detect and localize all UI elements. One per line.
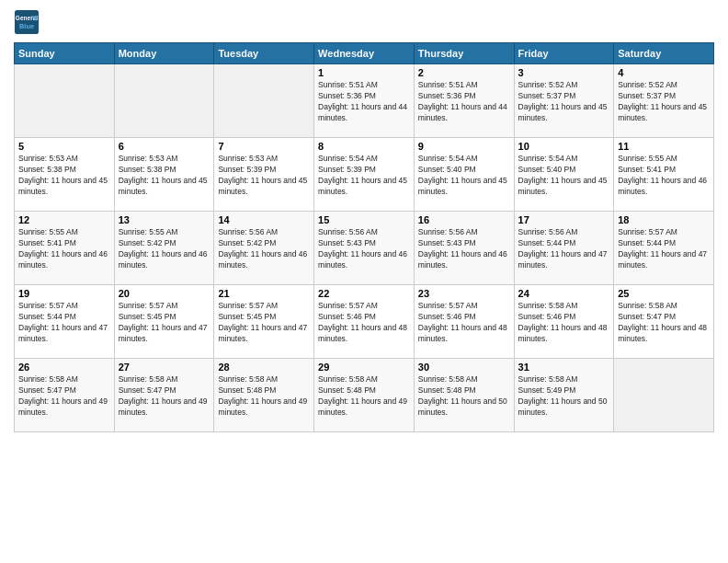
calendar-cell: 24Sunrise: 5:58 AMSunset: 5:46 PMDayligh… [514,285,614,359]
calendar-cell: 22Sunrise: 5:57 AMSunset: 5:46 PMDayligh… [314,285,415,359]
calendar-cell: 12Sunrise: 5:55 AMSunset: 5:41 PMDayligh… [15,212,115,285]
day-number: 1 [318,67,410,78]
day-number: 3 [518,67,610,78]
day-info: Sunrise: 5:52 AMSunset: 5:37 PMDaylight:… [618,80,710,124]
calendar-cell: 20Sunrise: 5:57 AMSunset: 5:45 PMDayligh… [114,285,214,359]
day-number: 25 [618,288,710,299]
day-number: 29 [318,362,410,373]
header-day-sunday: Sunday [15,43,115,64]
day-info: Sunrise: 5:57 AMSunset: 5:44 PMDaylight:… [18,301,110,345]
day-number: 9 [418,141,510,152]
day-info: Sunrise: 5:57 AMSunset: 5:46 PMDaylight:… [418,301,510,345]
calendar-cell: 30Sunrise: 5:58 AMSunset: 5:48 PMDayligh… [414,359,514,432]
calendar-cell: 28Sunrise: 5:58 AMSunset: 5:48 PMDayligh… [214,359,314,432]
calendar-cell: 9Sunrise: 5:54 AMSunset: 5:40 PMDaylight… [414,138,514,212]
day-number: 11 [618,141,710,152]
day-info: Sunrise: 5:58 AMSunset: 5:49 PMDaylight:… [518,374,610,419]
header-day-thursday: Thursday [414,43,514,64]
day-info: Sunrise: 5:56 AMSunset: 5:43 PMDaylight:… [318,227,410,271]
calendar-cell: 11Sunrise: 5:55 AMSunset: 5:41 PMDayligh… [614,138,714,212]
calendar-cell: 26Sunrise: 5:58 AMSunset: 5:47 PMDayligh… [15,359,115,432]
day-number: 6 [119,141,210,152]
day-info: Sunrise: 5:58 AMSunset: 5:46 PMDaylight:… [518,301,610,345]
svg-text:Blue: Blue [19,22,34,30]
calendar-header-row: SundayMondayTuesdayWednesdayThursdayFrid… [15,43,714,64]
calendar-cell [214,64,314,138]
calendar-cell: 2Sunrise: 5:51 AMSunset: 5:36 PMDaylight… [414,64,514,138]
day-info: Sunrise: 5:55 AMSunset: 5:41 PMDaylight:… [618,154,710,198]
calendar-week-5: 26Sunrise: 5:58 AMSunset: 5:47 PMDayligh… [15,359,714,432]
page: General Blue SundayMondayTuesdayWednesda… [0,0,728,563]
calendar-table: SundayMondayTuesdayWednesdayThursdayFrid… [14,42,714,432]
calendar-cell: 29Sunrise: 5:58 AMSunset: 5:48 PMDayligh… [314,359,415,432]
calendar-cell: 8Sunrise: 5:54 AMSunset: 5:39 PMDaylight… [314,138,415,212]
day-info: Sunrise: 5:54 AMSunset: 5:40 PMDaylight:… [418,154,510,198]
calendar-week-1: 1Sunrise: 5:51 AMSunset: 5:36 PMDaylight… [15,64,714,138]
day-number: 2 [418,67,510,78]
day-number: 8 [318,141,410,152]
calendar-cell: 21Sunrise: 5:57 AMSunset: 5:45 PMDayligh… [214,285,314,359]
day-info: Sunrise: 5:53 AMSunset: 5:38 PMDaylight:… [119,154,210,198]
day-info: Sunrise: 5:56 AMSunset: 5:42 PMDaylight:… [218,227,310,271]
calendar-cell: 7Sunrise: 5:53 AMSunset: 5:39 PMDaylight… [214,138,314,212]
day-info: Sunrise: 5:53 AMSunset: 5:38 PMDaylight:… [18,154,110,198]
day-info: Sunrise: 5:57 AMSunset: 5:45 PMDaylight:… [119,301,210,345]
day-number: 14 [218,214,310,225]
calendar-cell [614,359,714,432]
calendar-cell: 16Sunrise: 5:56 AMSunset: 5:43 PMDayligh… [414,212,514,285]
day-number: 17 [518,214,610,225]
day-info: Sunrise: 5:51 AMSunset: 5:36 PMDaylight:… [418,80,510,124]
calendar-week-2: 5Sunrise: 5:53 AMSunset: 5:38 PMDaylight… [15,138,714,212]
day-info: Sunrise: 5:57 AMSunset: 5:45 PMDaylight:… [218,301,310,345]
day-number: 28 [218,362,310,373]
day-number: 21 [218,288,310,299]
calendar-cell: 15Sunrise: 5:56 AMSunset: 5:43 PMDayligh… [314,212,415,285]
day-info: Sunrise: 5:53 AMSunset: 5:39 PMDaylight:… [218,154,310,198]
day-info: Sunrise: 5:56 AMSunset: 5:44 PMDaylight:… [518,227,610,271]
day-info: Sunrise: 5:57 AMSunset: 5:44 PMDaylight:… [618,227,710,271]
calendar-cell: 18Sunrise: 5:57 AMSunset: 5:44 PMDayligh… [614,212,714,285]
day-info: Sunrise: 5:57 AMSunset: 5:46 PMDaylight:… [318,301,410,345]
calendar-cell: 3Sunrise: 5:52 AMSunset: 5:37 PMDaylight… [514,64,614,138]
day-info: Sunrise: 5:52 AMSunset: 5:37 PMDaylight:… [518,80,610,124]
calendar-cell: 14Sunrise: 5:56 AMSunset: 5:42 PMDayligh… [214,212,314,285]
day-number: 7 [218,141,310,152]
calendar-cell: 5Sunrise: 5:53 AMSunset: 5:38 PMDaylight… [15,138,115,212]
calendar-cell: 10Sunrise: 5:54 AMSunset: 5:40 PMDayligh… [514,138,614,212]
header-day-friday: Friday [514,43,614,64]
day-number: 30 [418,362,510,373]
header-day-saturday: Saturday [614,43,714,64]
calendar-cell: 31Sunrise: 5:58 AMSunset: 5:49 PMDayligh… [514,359,614,432]
calendar-cell [15,64,115,138]
day-info: Sunrise: 5:54 AMSunset: 5:39 PMDaylight:… [318,154,410,198]
day-number: 15 [318,214,410,225]
day-info: Sunrise: 5:51 AMSunset: 5:36 PMDaylight:… [318,80,410,124]
calendar-cell: 4Sunrise: 5:52 AMSunset: 5:37 PMDaylight… [614,64,714,138]
day-number: 26 [18,362,110,373]
day-info: Sunrise: 5:58 AMSunset: 5:48 PMDaylight:… [418,374,510,419]
day-number: 20 [119,288,210,299]
day-number: 10 [518,141,610,152]
day-number: 12 [18,214,110,225]
calendar-week-4: 19Sunrise: 5:57 AMSunset: 5:44 PMDayligh… [15,285,714,359]
header: General Blue [14,9,714,35]
day-info: Sunrise: 5:58 AMSunset: 5:47 PMDaylight:… [18,374,110,419]
day-info: Sunrise: 5:54 AMSunset: 5:40 PMDaylight:… [518,154,610,198]
day-number: 13 [119,214,210,225]
day-info: Sunrise: 5:58 AMSunset: 5:47 PMDaylight:… [119,374,210,419]
day-number: 31 [518,362,610,373]
day-info: Sunrise: 5:56 AMSunset: 5:43 PMDaylight:… [418,227,510,271]
day-number: 18 [618,214,710,225]
day-info: Sunrise: 5:58 AMSunset: 5:48 PMDaylight:… [218,374,310,419]
header-day-wednesday: Wednesday [314,43,415,64]
calendar-cell: 27Sunrise: 5:58 AMSunset: 5:47 PMDayligh… [114,359,214,432]
day-info: Sunrise: 5:58 AMSunset: 5:47 PMDaylight:… [618,301,710,345]
day-number: 5 [18,141,110,152]
day-info: Sunrise: 5:55 AMSunset: 5:42 PMDaylight:… [119,227,210,271]
calendar-cell: 25Sunrise: 5:58 AMSunset: 5:47 PMDayligh… [614,285,714,359]
logo: General Blue [14,9,40,35]
calendar-cell: 23Sunrise: 5:57 AMSunset: 5:46 PMDayligh… [414,285,514,359]
day-number: 27 [119,362,210,373]
calendar-cell: 19Sunrise: 5:57 AMSunset: 5:44 PMDayligh… [15,285,115,359]
day-info: Sunrise: 5:58 AMSunset: 5:48 PMDaylight:… [318,374,410,419]
